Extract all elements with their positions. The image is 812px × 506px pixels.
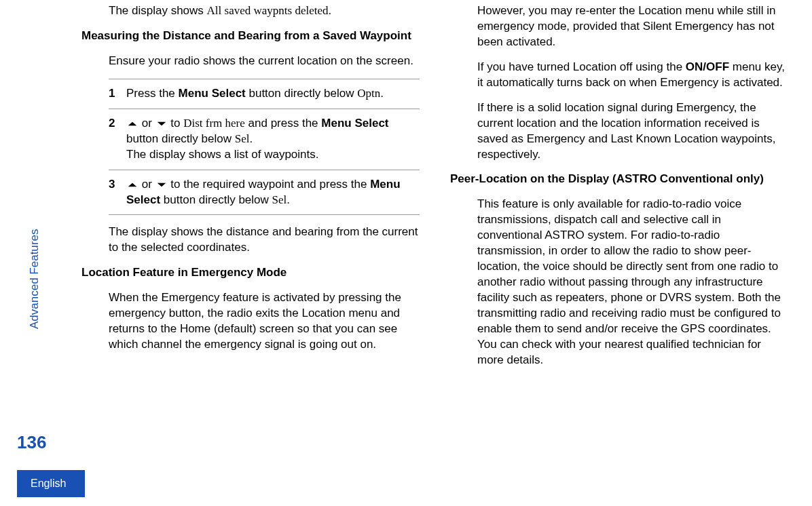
step-text: Sel: [235, 132, 250, 145]
right-p4: This feature is only available for radio…: [450, 197, 788, 368]
step-text: button directly below: [246, 87, 357, 100]
step-body: or to Dist frm here and press the Menu S…: [126, 109, 420, 170]
intro-line: The display shows All saved waypnts dele…: [81, 3, 420, 19]
right-p3: If there is a solid location signal duri…: [450, 100, 788, 163]
after-steps: The display shows the distance and beari…: [81, 225, 420, 256]
step-text: The display shows a list of waypoints.: [126, 148, 318, 161]
right-column: However, you may re-enter the Location m…: [450, 3, 788, 506]
steps-wrapper: 1Press the Menu Select button directly b…: [81, 79, 420, 216]
step-text: .: [380, 87, 384, 100]
step-text: Menu Select: [179, 87, 246, 100]
right-p2-bold: ON/OFF: [686, 60, 729, 73]
svg-marker-1: [157, 122, 166, 125]
arrow-up-icon: [126, 121, 139, 127]
right-p1: However, you may re-enter the Location m…: [450, 3, 788, 50]
step-number: 3: [109, 170, 126, 215]
step-text: or: [139, 178, 155, 191]
step-text: and press the: [245, 117, 321, 130]
content: The display shows All saved waypnts dele…: [54, 3, 812, 506]
step-text: button directly below: [126, 132, 235, 145]
heading-measuring: Measuring the Distance and Bearing from …: [81, 28, 420, 44]
step-text: button directly below: [160, 193, 272, 206]
step-text: .: [249, 132, 253, 145]
intro-prefix: The display shows: [109, 4, 207, 17]
step-row: 2 or to Dist frm here and press the Menu…: [109, 109, 420, 170]
step-text: Dist frm here: [183, 117, 245, 130]
step-text: .: [287, 193, 290, 206]
sidebar: Advanced Features 136 English: [0, 3, 54, 506]
right-p2-pre: If you have turned Location off using th…: [477, 60, 686, 73]
left-column: The display shows All saved waypnts dele…: [54, 3, 420, 506]
intro-serif: All saved waypnts deleted: [207, 4, 329, 17]
page: Advanced Features 136 English The displa…: [0, 0, 812, 506]
svg-marker-2: [128, 182, 137, 186]
step-text: Optn: [357, 87, 380, 100]
language-tab: English: [17, 470, 85, 497]
heading-peer: Peer-Location on the Display (ASTRO Conv…: [450, 172, 788, 187]
arrow-up-icon: [126, 182, 139, 188]
page-number: 136: [17, 431, 46, 454]
step-body: Press the Menu Select button directly be…: [126, 79, 420, 109]
ensure-text: Ensure your radio shows the current loca…: [81, 54, 420, 69]
step-number: 2: [109, 109, 126, 170]
emergency-p1: When the Emergency feature is activated …: [81, 290, 420, 353]
step-row: 1Press the Menu Select button directly b…: [109, 79, 420, 109]
svg-marker-3: [157, 182, 166, 186]
step-text: or: [139, 117, 155, 130]
step-text: to: [168, 117, 184, 130]
step-number: 1: [109, 79, 126, 109]
arrow-down-icon: [155, 182, 168, 188]
step-text: Press the: [126, 87, 179, 100]
steps-table: 1Press the Menu Select button directly b…: [109, 79, 420, 216]
step-body: or to the required waypoint and press th…: [126, 170, 420, 215]
section-label: Advanced Features: [27, 229, 43, 329]
intro-suffix: .: [329, 4, 332, 17]
heading-emergency: Location Feature in Emergency Mode: [81, 265, 420, 281]
right-p2: If you have turned Location off using th…: [450, 60, 788, 91]
arrow-down-icon: [155, 121, 168, 127]
svg-marker-0: [128, 122, 137, 125]
step-text: Menu Select: [321, 117, 388, 130]
step-row: 3 or to the required waypoint and press …: [109, 170, 420, 215]
step-text: Sel: [272, 193, 287, 206]
step-text: to the required waypoint and press the: [168, 178, 371, 191]
